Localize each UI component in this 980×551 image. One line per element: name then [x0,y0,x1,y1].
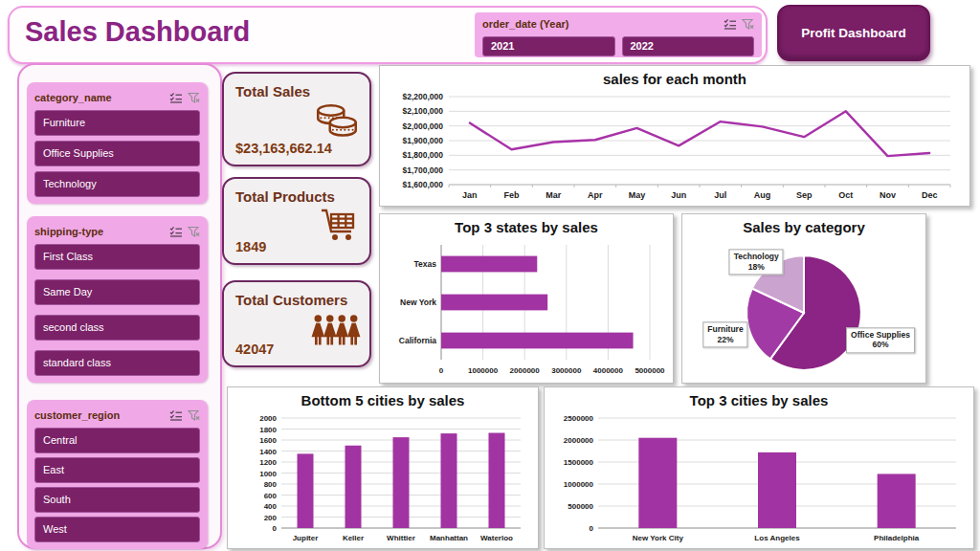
sales-by-category-pie-chart: Office Supplies60%Furniture22%Technology… [687,239,921,379]
clear-filter-icon[interactable] [188,92,200,104]
svg-text:Jun: Jun [671,190,686,200]
svg-text:Jupiter: Jupiter [293,534,319,542]
svg-text:800: 800 [264,480,278,489]
slicer-item-same-day[interactable]: Same Day [34,279,200,305]
svg-text:May: May [629,190,646,200]
svg-text:Manhattan: Manhattan [430,534,468,542]
multi-select-icon[interactable] [169,409,183,421]
svg-text:Nov: Nov [880,190,896,200]
chart-title: sales for each month [380,66,969,91]
svg-text:$2,100,000: $2,100,000 [402,106,443,116]
slicer-icons [724,18,754,31]
slicer-title: customer_region [34,409,120,421]
shipping-type-slicer: shipping-typeFirst ClassSame Daysecond c… [27,216,208,383]
slicer-item-standard-class[interactable]: standard class [34,350,200,376]
monthly-sales-panel: sales for each month $1,600,000$1,700,00… [379,65,970,207]
svg-text:$2,000,000: $2,000,000 [402,121,443,131]
pie-data-label: Office Supplies60% [846,327,915,353]
svg-text:2500000: 2500000 [564,414,594,423]
svg-text:Philadelphia: Philadelphia [874,534,920,542]
kpi-total-sales: Total Sales $23,163,662.14 [222,72,371,166]
svg-text:Keller: Keller [343,534,364,542]
top-states-bar-chart: 010000002000000300000040000005000000Texa… [386,239,667,379]
svg-text:1800: 1800 [259,426,277,434]
svg-text:0: 0 [273,524,278,533]
svg-text:Aug: Aug [754,190,771,200]
multi-select-icon[interactable] [169,92,183,103]
multi-select-icon[interactable] [169,226,183,237]
svg-text:3000000: 3000000 [551,366,582,375]
slicer-item-technology[interactable]: Technology [34,171,200,197]
customer-region-slicer: customer_regionCentralEastSouthWest [27,400,208,549]
svg-text:$1,700,000: $1,700,000 [402,165,443,175]
slicer-item-office-supplies[interactable]: Office Supplies [34,141,200,166]
svg-text:500000: 500000 [568,502,593,511]
multi-select-icon[interactable] [724,18,737,30]
chart-title: Top 3 cities by sales [545,387,973,412]
svg-text:$1,600,000: $1,600,000 [402,180,443,189]
svg-text:$1,800,000: $1,800,000 [402,150,443,160]
svg-text:Waterloo: Waterloo [480,534,513,542]
kpi-value: 42047 [235,342,274,357]
slicer-item-2022[interactable]: 2022 [622,36,755,56]
monthly-sales-line-chart: $1,600,000$1,700,000$1,800,000$1,900,000… [386,91,964,202]
svg-text:California: California [399,336,436,345]
slicer-item-west[interactable]: West [34,517,200,542]
kpi-total-products: Total Products 1849 [222,177,371,265]
people-icon [310,312,362,352]
clear-filter-icon[interactable] [742,18,754,31]
sales-by-category-panel: Sales by category Office Supplies60%Furn… [681,213,926,384]
pie-data-label: Technology18% [729,249,784,275]
svg-text:New York: New York [400,298,436,307]
order-date-year-slicer: order_date (Year)20212022 [475,12,762,57]
kpi-label: Total Sales [235,83,310,99]
filter-sidebar: category_nameFurnitureOffice SuppliesTec… [17,63,222,549]
svg-text:1000000: 1000000 [564,480,594,489]
category-name-slicer: category_nameFurnitureOffice SuppliesTec… [27,82,208,204]
svg-text:Dec: Dec [922,190,938,200]
kpi-label: Total Customers [235,292,347,308]
svg-text:Oct: Oct [838,190,853,200]
chart-title: Sales by category [682,214,925,239]
slicer-icons [169,409,200,422]
svg-text:1000: 1000 [259,470,277,478]
svg-text:5000000: 5000000 [635,366,665,375]
sales-dashboard: Sales Dashboard order_date (Year)2021202… [0,0,980,551]
profit-dashboard-button[interactable]: Profit Dashboard [777,5,930,61]
svg-text:0: 0 [439,366,444,375]
svg-text:Sep: Sep [796,190,813,200]
svg-text:Jan: Jan [462,190,478,200]
svg-text:Texas: Texas [414,259,437,269]
clear-filter-icon[interactable] [188,226,200,238]
svg-text:200: 200 [264,514,278,522]
slicer-item-2021[interactable]: 2021 [482,36,615,56]
slicer-item-first-class[interactable]: First Class [34,244,200,270]
svg-text:Jul: Jul [714,190,726,200]
slicer-item-south[interactable]: South [34,487,200,513]
page-title: Sales Dashboard [25,16,250,48]
slicer-title: category_name [34,92,112,103]
chart-title: Bottom 5 cities by sales [228,387,538,412]
svg-text:600: 600 [264,492,278,500]
kpi-value: 1849 [235,239,266,254]
svg-text:Los Angeles: Los Angeles [754,534,800,542]
svg-text:Whittier: Whittier [387,534,415,542]
svg-text:2000: 2000 [259,414,277,423]
cart-icon [316,206,362,250]
svg-text:1400: 1400 [259,448,277,456]
slicer-item-second-class[interactable]: second class [34,315,200,341]
top-cities-panel: Top 3 cities by sales 050000010000001500… [544,386,974,549]
slicer-title: order_date (Year) [482,18,568,30]
slicer-item-east[interactable]: East [34,457,200,483]
top-cities-bar-chart: 05000001000000150000020000002500000New Y… [550,412,968,544]
svg-text:New York City: New York City [633,534,684,542]
slicer-item-furniture[interactable]: Furniture [34,110,200,136]
bottom-cities-panel: Bottom 5 cities by sales 020040060080010… [227,386,539,549]
bottom-cities-bar-chart: 0200400600800100012001400160018002000Jup… [234,412,532,544]
pie-data-label: Furniture22% [702,321,747,347]
clear-filter-icon[interactable] [188,409,200,422]
svg-text:1600: 1600 [259,436,277,445]
svg-text:4000000: 4000000 [593,366,624,375]
slicer-item-central[interactable]: Central [34,428,200,453]
chart-title: Top 3 states by sales [380,214,673,239]
